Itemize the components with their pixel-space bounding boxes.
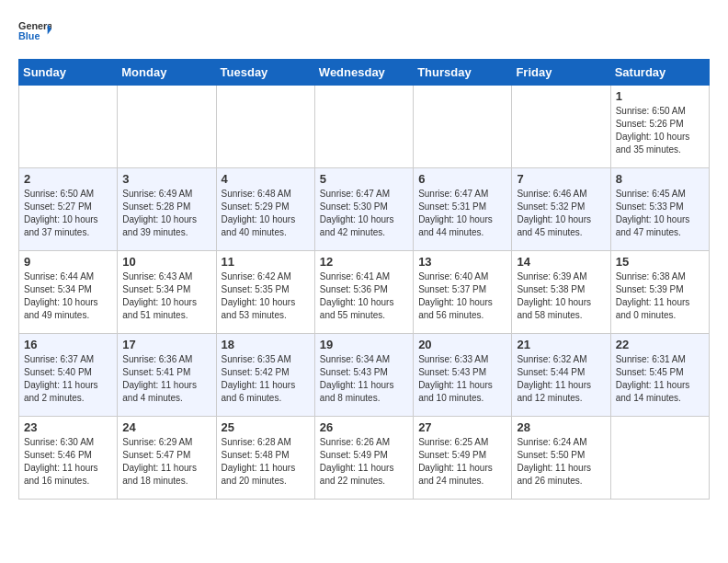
calendar-cell bbox=[512, 86, 610, 168]
calendar-cell: 1Sunrise: 6:50 AM Sunset: 5:26 PM Daylig… bbox=[610, 86, 709, 168]
weekday-header: Thursday bbox=[414, 60, 512, 86]
calendar-cell: 9Sunrise: 6:44 AM Sunset: 5:34 PM Daylig… bbox=[19, 251, 118, 334]
day-number: 21 bbox=[517, 338, 605, 351]
cell-content: Sunrise: 6:37 AM Sunset: 5:40 PM Dayligh… bbox=[24, 353, 112, 405]
day-number: 4 bbox=[222, 172, 310, 186]
calendar-cell bbox=[314, 86, 413, 168]
weekday-header: Wednesday bbox=[314, 60, 413, 86]
day-number: 1 bbox=[616, 89, 704, 103]
cell-content: Sunrise: 6:36 AM Sunset: 5:41 PM Dayligh… bbox=[122, 353, 210, 405]
calendar-cell bbox=[19, 86, 118, 168]
calendar-cell: 4Sunrise: 6:48 AM Sunset: 5:29 PM Daylig… bbox=[216, 168, 314, 251]
calendar-cell: 15Sunrise: 6:38 AM Sunset: 5:39 PM Dayli… bbox=[610, 251, 709, 334]
cell-content: Sunrise: 6:50 AM Sunset: 5:27 PM Dayligh… bbox=[24, 188, 112, 239]
cell-content: Sunrise: 6:46 AM Sunset: 5:32 PM Dayligh… bbox=[517, 188, 605, 239]
day-number: 17 bbox=[122, 338, 210, 351]
weekday-header: Sunday bbox=[19, 60, 118, 86]
calendar-cell: 18Sunrise: 6:35 AM Sunset: 5:42 PM Dayli… bbox=[216, 334, 314, 417]
day-number: 27 bbox=[418, 420, 506, 434]
cell-content: Sunrise: 6:29 AM Sunset: 5:47 PM Dayligh… bbox=[122, 436, 210, 488]
cell-content: Sunrise: 6:47 AM Sunset: 5:30 PM Dayligh… bbox=[320, 188, 408, 239]
calendar-cell: 22Sunrise: 6:31 AM Sunset: 5:45 PM Dayli… bbox=[610, 334, 709, 417]
cell-content: Sunrise: 6:41 AM Sunset: 5:36 PM Dayligh… bbox=[320, 270, 408, 322]
calendar-cell: 27Sunrise: 6:25 AM Sunset: 5:49 PM Dayli… bbox=[414, 417, 512, 500]
day-number: 26 bbox=[320, 420, 408, 434]
day-number: 5 bbox=[320, 172, 408, 186]
calendar-week-row: 9Sunrise: 6:44 AM Sunset: 5:34 PM Daylig… bbox=[19, 251, 710, 334]
cell-content: Sunrise: 6:25 AM Sunset: 5:49 PM Dayligh… bbox=[418, 436, 506, 488]
calendar-week-row: 23Sunrise: 6:30 AM Sunset: 5:46 PM Dayli… bbox=[19, 417, 710, 500]
day-number: 28 bbox=[517, 420, 605, 434]
calendar-cell: 16Sunrise: 6:37 AM Sunset: 5:40 PM Dayli… bbox=[19, 334, 118, 417]
cell-content: Sunrise: 6:31 AM Sunset: 5:45 PM Dayligh… bbox=[616, 353, 704, 405]
calendar-cell: 21Sunrise: 6:32 AM Sunset: 5:44 PM Dayli… bbox=[512, 334, 610, 417]
day-number: 8 bbox=[616, 172, 704, 186]
cell-content: Sunrise: 6:48 AM Sunset: 5:29 PM Dayligh… bbox=[222, 188, 310, 239]
cell-content: Sunrise: 6:44 AM Sunset: 5:34 PM Dayligh… bbox=[24, 270, 112, 322]
day-number: 2 bbox=[24, 172, 112, 186]
calendar-cell: 2Sunrise: 6:50 AM Sunset: 5:27 PM Daylig… bbox=[19, 168, 118, 251]
cell-content: Sunrise: 6:47 AM Sunset: 5:31 PM Dayligh… bbox=[418, 188, 506, 239]
cell-content: Sunrise: 6:50 AM Sunset: 5:26 PM Dayligh… bbox=[616, 105, 704, 156]
cell-content: Sunrise: 6:32 AM Sunset: 5:44 PM Dayligh… bbox=[517, 353, 605, 405]
calendar-cell: 20Sunrise: 6:33 AM Sunset: 5:43 PM Dayli… bbox=[414, 334, 512, 417]
cell-content: Sunrise: 6:35 AM Sunset: 5:42 PM Dayligh… bbox=[222, 353, 310, 405]
day-number: 18 bbox=[222, 338, 310, 351]
cell-content: Sunrise: 6:40 AM Sunset: 5:37 PM Dayligh… bbox=[418, 270, 506, 322]
day-number: 11 bbox=[222, 255, 310, 269]
calendar-cell bbox=[216, 86, 314, 168]
day-number: 24 bbox=[122, 420, 210, 434]
calendar-cell: 3Sunrise: 6:49 AM Sunset: 5:28 PM Daylig… bbox=[118, 168, 216, 251]
cell-content: Sunrise: 6:33 AM Sunset: 5:43 PM Dayligh… bbox=[418, 353, 506, 405]
day-number: 25 bbox=[222, 420, 310, 434]
day-number: 14 bbox=[517, 255, 605, 269]
calendar-cell: 26Sunrise: 6:26 AM Sunset: 5:49 PM Dayli… bbox=[314, 417, 413, 500]
weekday-header: Tuesday bbox=[216, 60, 314, 86]
weekday-header: Monday bbox=[118, 60, 216, 86]
weekday-header: Friday bbox=[512, 60, 610, 86]
calendar-cell: 28Sunrise: 6:24 AM Sunset: 5:50 PM Dayli… bbox=[512, 417, 610, 500]
cell-content: Sunrise: 6:45 AM Sunset: 5:33 PM Dayligh… bbox=[616, 188, 704, 239]
calendar-cell: 11Sunrise: 6:42 AM Sunset: 5:35 PM Dayli… bbox=[216, 251, 314, 334]
day-number: 7 bbox=[517, 172, 605, 186]
day-number: 3 bbox=[122, 172, 210, 186]
cell-content: Sunrise: 6:26 AM Sunset: 5:49 PM Dayligh… bbox=[320, 436, 408, 488]
calendar-cell: 19Sunrise: 6:34 AM Sunset: 5:43 PM Dayli… bbox=[314, 334, 413, 417]
day-number: 6 bbox=[418, 172, 506, 186]
calendar-cell: 17Sunrise: 6:36 AM Sunset: 5:41 PM Dayli… bbox=[118, 334, 216, 417]
calendar-cell: 5Sunrise: 6:47 AM Sunset: 5:30 PM Daylig… bbox=[314, 168, 413, 251]
day-number: 23 bbox=[24, 420, 112, 434]
cell-content: Sunrise: 6:28 AM Sunset: 5:48 PM Dayligh… bbox=[222, 436, 310, 488]
calendar-table: SundayMondayTuesdayWednesdayThursdayFrid… bbox=[18, 59, 710, 500]
calendar-week-row: 16Sunrise: 6:37 AM Sunset: 5:40 PM Dayli… bbox=[19, 334, 710, 417]
calendar-week-row: 1Sunrise: 6:50 AM Sunset: 5:26 PM Daylig… bbox=[19, 86, 710, 168]
svg-text:Blue: Blue bbox=[18, 30, 40, 41]
svg-text:General: General bbox=[18, 20, 51, 31]
day-number: 15 bbox=[616, 255, 704, 269]
weekday-header: Saturday bbox=[610, 60, 709, 86]
calendar-header-row: SundayMondayTuesdayWednesdayThursdayFrid… bbox=[19, 60, 710, 86]
cell-content: Sunrise: 6:39 AM Sunset: 5:38 PM Dayligh… bbox=[517, 270, 605, 322]
day-number: 22 bbox=[616, 338, 704, 351]
calendar-cell: 23Sunrise: 6:30 AM Sunset: 5:46 PM Dayli… bbox=[19, 417, 118, 500]
cell-content: Sunrise: 6:24 AM Sunset: 5:50 PM Dayligh… bbox=[517, 436, 605, 488]
calendar-cell: 7Sunrise: 6:46 AM Sunset: 5:32 PM Daylig… bbox=[512, 168, 610, 251]
calendar-cell bbox=[414, 86, 512, 168]
cell-content: Sunrise: 6:43 AM Sunset: 5:34 PM Dayligh… bbox=[122, 270, 210, 322]
day-number: 12 bbox=[320, 255, 408, 269]
cell-content: Sunrise: 6:42 AM Sunset: 5:35 PM Dayligh… bbox=[222, 270, 310, 322]
cell-content: Sunrise: 6:38 AM Sunset: 5:39 PM Dayligh… bbox=[616, 270, 704, 322]
calendar-cell: 8Sunrise: 6:45 AM Sunset: 5:33 PM Daylig… bbox=[610, 168, 709, 251]
day-number: 9 bbox=[24, 255, 112, 269]
cell-content: Sunrise: 6:34 AM Sunset: 5:43 PM Dayligh… bbox=[320, 353, 408, 405]
logo-icon: General Blue bbox=[18, 18, 51, 44]
cell-content: Sunrise: 6:49 AM Sunset: 5:28 PM Dayligh… bbox=[122, 188, 210, 239]
calendar-cell: 13Sunrise: 6:40 AM Sunset: 5:37 PM Dayli… bbox=[414, 251, 512, 334]
day-number: 16 bbox=[24, 338, 112, 351]
calendar-cell: 25Sunrise: 6:28 AM Sunset: 5:48 PM Dayli… bbox=[216, 417, 314, 500]
cell-content: Sunrise: 6:30 AM Sunset: 5:46 PM Dayligh… bbox=[24, 436, 112, 488]
calendar-cell: 10Sunrise: 6:43 AM Sunset: 5:34 PM Dayli… bbox=[118, 251, 216, 334]
calendar-week-row: 2Sunrise: 6:50 AM Sunset: 5:27 PM Daylig… bbox=[19, 168, 710, 251]
page-header: General Blue bbox=[18, 18, 710, 44]
day-number: 10 bbox=[122, 255, 210, 269]
